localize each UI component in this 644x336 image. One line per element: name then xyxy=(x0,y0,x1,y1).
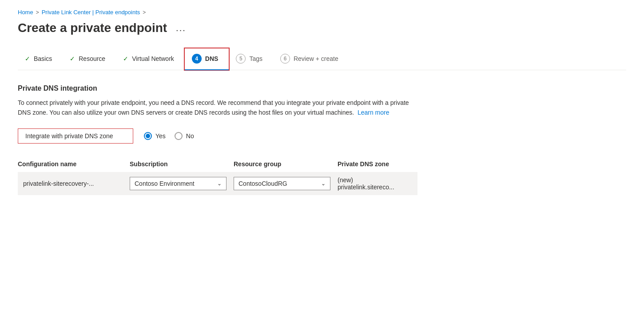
tab-dns-label: DNS xyxy=(205,55,219,62)
resource-group-dropdown-arrow: ⌄ xyxy=(321,180,326,187)
tab-vnet-label: Virtual Network xyxy=(132,55,174,62)
tab-resource-label: Resource xyxy=(79,55,105,62)
breadcrumb-sep1: > xyxy=(36,9,39,16)
radio-no[interactable]: No xyxy=(175,132,194,140)
wizard-tabs: ✓ Basics ✓ Resource ✓ Virtual Network 4 … xyxy=(18,48,626,70)
cell-resource-group[interactable]: ContosoCloudRG ⌄ xyxy=(234,172,338,195)
dns-config-table: Configuration name Subscription Resource… xyxy=(18,156,417,195)
tab-basics-label: Basics xyxy=(34,55,52,62)
dns-zone-option-label: Integrate with private DNS zone xyxy=(18,128,133,144)
resource-group-value: ContosoCloudRG xyxy=(239,180,287,187)
tab-resource[interactable]: ✓ Resource xyxy=(63,50,116,68)
radio-yes[interactable]: Yes xyxy=(144,132,166,140)
col-header-config: Configuration name xyxy=(18,156,130,172)
tab-review-create[interactable]: 6 Review + create xyxy=(273,48,349,70)
dns-zone-option-row: Integrate with private DNS zone Yes No xyxy=(18,128,417,144)
check-icon-vnet: ✓ xyxy=(123,55,128,62)
tab-virtual-network[interactable]: ✓ Virtual Network xyxy=(116,50,185,68)
tab-tags[interactable]: 5 Tags xyxy=(229,48,273,70)
radio-group: Yes No xyxy=(144,132,194,140)
tab-review-create-label: Review + create xyxy=(294,55,338,62)
page-title: Create a private endpoint xyxy=(18,21,167,35)
tab-basics[interactable]: ✓ Basics xyxy=(18,50,63,68)
step-badge-dns: 4 xyxy=(192,54,202,64)
subscription-dropdown-arrow: ⌄ xyxy=(217,180,222,187)
radio-yes-label: Yes xyxy=(155,132,166,140)
cell-subscription[interactable]: Contoso Environment ⌄ xyxy=(130,172,234,195)
tab-dns[interactable]: 4 DNS xyxy=(185,48,229,70)
ellipsis-button[interactable]: ... xyxy=(172,21,190,35)
check-icon-resource: ✓ xyxy=(70,55,75,62)
col-header-subscription: Subscription xyxy=(130,156,234,172)
col-header-rg: Resource group xyxy=(234,156,338,172)
table-row: privatelink-siterecovery-... Contoso Env… xyxy=(18,172,417,195)
breadcrumb-sep2: > xyxy=(143,9,146,16)
col-header-dns: Private DNS zone xyxy=(338,156,417,172)
breadcrumb-private-link[interactable]: Private Link Center | Private endpoints xyxy=(42,9,140,16)
cell-private-dns-zone: (new) privatelink.sitereco... xyxy=(338,172,417,195)
learn-more-link[interactable]: Learn more xyxy=(358,109,390,116)
radio-no-circle xyxy=(175,132,183,140)
step-badge-review: 6 xyxy=(280,54,290,64)
tab-tags-label: Tags xyxy=(249,55,262,62)
check-icon-basics: ✓ xyxy=(25,55,30,62)
breadcrumb-home[interactable]: Home xyxy=(18,9,33,16)
subscription-value: Contoso Environment xyxy=(135,180,195,187)
subscription-dropdown[interactable]: Contoso Environment ⌄ xyxy=(130,177,227,190)
step-badge-tags: 5 xyxy=(236,54,246,64)
section-description: To connect privately with your private e… xyxy=(18,98,417,118)
section-title: Private DNS integration xyxy=(18,84,417,92)
resource-group-dropdown[interactable]: ContosoCloudRG ⌄ xyxy=(234,177,330,190)
breadcrumb: Home > Private Link Center | Private end… xyxy=(18,9,626,16)
radio-yes-circle xyxy=(144,132,152,140)
radio-no-label: No xyxy=(186,132,194,140)
cell-config-name: privatelink-siterecovery-... xyxy=(18,172,130,195)
